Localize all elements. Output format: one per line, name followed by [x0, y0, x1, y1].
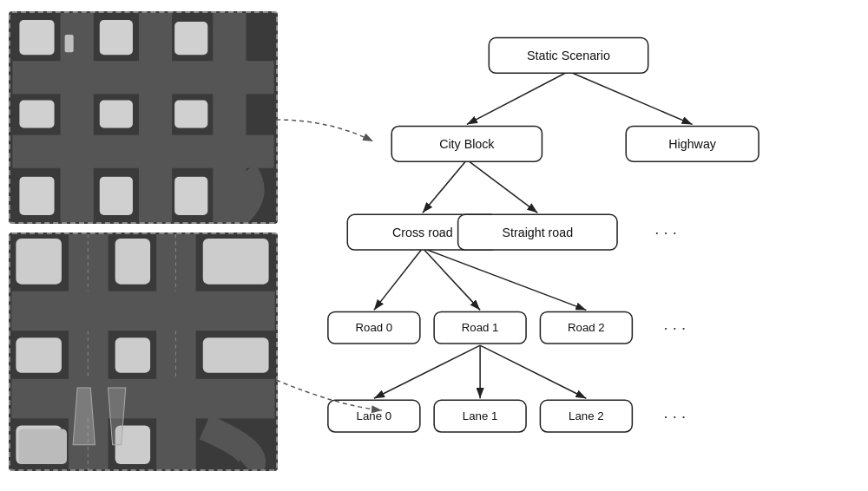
svg-rect-11 — [174, 100, 207, 128]
cross-road-label: Cross road — [392, 226, 453, 239]
road2-label: Road 2 — [568, 321, 605, 334]
svg-line-40 — [569, 71, 693, 124]
svg-rect-18 — [11, 379, 274, 419]
city-block-label: City Block — [439, 137, 495, 151]
svg-line-44 — [423, 248, 480, 310]
svg-rect-7 — [100, 20, 133, 55]
svg-rect-8 — [174, 22, 207, 55]
left-panel — [9, 11, 278, 480]
svg-rect-22 — [115, 239, 150, 285]
svg-rect-21 — [16, 239, 62, 285]
ellipsis-level3: · · · — [664, 318, 686, 337]
ellipsis-level2: · · · — [654, 223, 676, 241]
root-node-label: Static Scenario — [527, 49, 610, 62]
main-container: Static Scenario City Block Highway Cross… — [9, 7, 859, 484]
svg-rect-4 — [139, 13, 172, 222]
right-panel: Static Scenario City Block Highway Cross… — [278, 11, 859, 480]
svg-line-42 — [467, 160, 538, 213]
svg-line-43 — [374, 248, 423, 310]
lane1-label: Lane 1 — [463, 409, 497, 422]
straight-road-label: Straight road — [503, 226, 574, 239]
svg-rect-10 — [100, 100, 133, 128]
svg-line-41 — [423, 160, 467, 213]
svg-rect-36 — [18, 429, 67, 463]
svg-rect-14 — [174, 177, 207, 215]
svg-rect-5 — [213, 13, 246, 222]
svg-rect-9 — [19, 100, 54, 128]
svg-rect-15 — [65, 35, 74, 52]
svg-rect-23 — [203, 239, 269, 285]
svg-rect-25 — [115, 337, 150, 372]
svg-line-45 — [423, 248, 586, 310]
highway-label: Highway — [668, 137, 717, 151]
map-top — [9, 11, 278, 224]
svg-rect-26 — [203, 337, 269, 372]
svg-rect-24 — [16, 337, 62, 372]
svg-line-46 — [374, 345, 480, 398]
road1-label: Road 1 — [462, 321, 499, 334]
svg-marker-34 — [73, 388, 95, 445]
svg-rect-12 — [19, 177, 54, 215]
svg-line-48 — [480, 345, 586, 398]
svg-line-39 — [467, 71, 569, 124]
lane0-label: Lane 0 — [357, 409, 391, 422]
svg-rect-17 — [11, 291, 274, 331]
road0-label: Road 0 — [356, 321, 393, 334]
ellipsis-level4: · · · — [664, 407, 686, 425]
svg-rect-13 — [100, 177, 133, 215]
map-bottom — [9, 232, 278, 471]
lane2-label: Lane 2 — [569, 409, 603, 422]
svg-rect-6 — [19, 20, 54, 55]
